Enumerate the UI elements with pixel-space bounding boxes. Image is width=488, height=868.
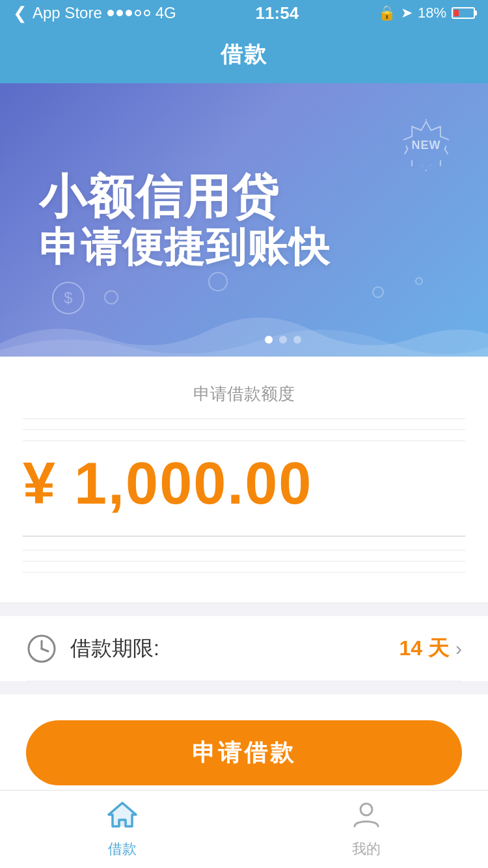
- back-chevron-icon: ❮: [13, 3, 27, 23]
- status-right: 🔒 ➤ 18%: [378, 5, 475, 21]
- tab-bar: 借款 我的: [0, 790, 488, 868]
- deco-circle-4: [415, 277, 423, 285]
- loan-period-chevron-icon: ›: [455, 638, 462, 660]
- amount-lines: [23, 418, 465, 452]
- amount-label: 申请借款额度: [193, 383, 295, 405]
- svg-line-3: [42, 649, 48, 651]
- indicator-dot-3: [293, 336, 301, 344]
- battery-percent: 18%: [418, 5, 446, 21]
- loan-period-label: 借款期限:: [70, 634, 400, 663]
- signal-indicator: [107, 10, 150, 16]
- banner-title-line2: 申请便捷到账快: [39, 224, 331, 270]
- svg-point-5: [360, 804, 372, 815]
- amount-value: ¥ 1,000.00: [23, 452, 465, 537]
- banner: 小额信用贷 申请便捷到账快 NEW $: [0, 83, 488, 357]
- deco-circle-1: [104, 290, 118, 305]
- apply-button[interactable]: 申请借款: [26, 720, 462, 785]
- lock-icon: 🔒: [378, 5, 396, 21]
- status-time: 11:54: [256, 3, 299, 23]
- loan-period-row[interactable]: 借款期限: 14 天 ›: [26, 616, 462, 681]
- banner-hills: [0, 305, 488, 357]
- loan-period-section[interactable]: 借款期限: 14 天 ›: [0, 616, 488, 681]
- page-indicator: [39, 336, 488, 344]
- indicator-dot-2: [279, 336, 287, 344]
- status-left: ❮ App Store 4G: [13, 3, 176, 23]
- amount-section: 申请借款额度 ¥ 1,000.00: [0, 357, 488, 603]
- tab-item-loan[interactable]: 借款: [0, 800, 244, 859]
- nav-title: 借款: [221, 40, 267, 70]
- clock-icon: [26, 633, 57, 664]
- tab-label-loan: 借款: [108, 839, 137, 859]
- loan-period-value: 14 天: [400, 634, 449, 663]
- indicator-dot-1: [265, 336, 273, 344]
- deco-circle-3: [372, 286, 384, 298]
- nav-bar: 借款: [0, 26, 488, 83]
- deco-circle-2: [208, 272, 228, 292]
- location-icon: ➤: [401, 5, 413, 21]
- carrier-label: App Store: [33, 4, 102, 22]
- banner-title-line1: 小额信用贷: [39, 170, 280, 224]
- tab-item-mine[interactable]: 我的: [244, 800, 488, 859]
- amount-lines-below: [23, 537, 465, 583]
- person-icon: [352, 800, 381, 835]
- new-badge-text: NEW: [412, 139, 441, 152]
- new-badge: NEW: [400, 119, 452, 171]
- tab-label-mine: 我的: [352, 839, 381, 859]
- home-icon: [106, 800, 139, 835]
- status-bar: ❮ App Store 4G 11:54 🔒 ➤ 18%: [0, 0, 488, 26]
- network-label: 4G: [156, 4, 176, 22]
- battery-indicator: [452, 7, 475, 19]
